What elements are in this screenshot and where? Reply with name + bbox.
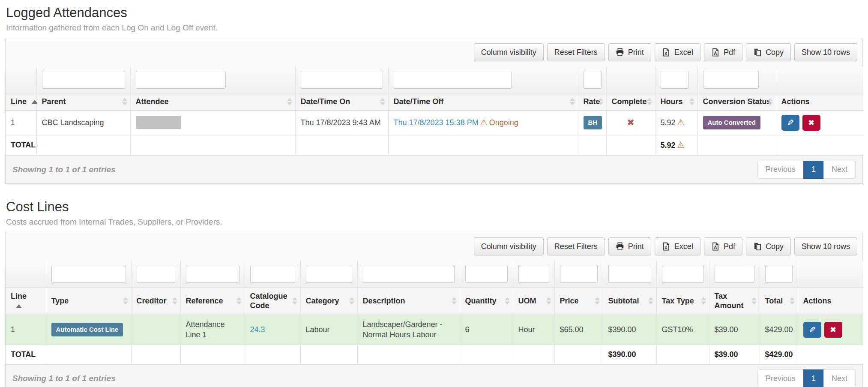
excel-button[interactable]: xExcel [655,43,700,61]
column-header-conversion-status[interactable]: Conversion Status [697,93,776,110]
next-page-button[interactable]: Next [823,161,856,179]
column-header-complete[interactable]: Complete [606,93,655,110]
filter-input-type[interactable] [51,265,126,283]
bh-badge: BH [584,116,602,129]
catalogue-code-link[interactable]: 24.3 [250,325,265,334]
filter-input-date-time-off[interactable] [394,71,512,89]
filter-input-reference[interactable] [186,265,239,283]
previous-page-button[interactable]: Previous [757,161,804,179]
filter-input-date-time-on[interactable] [301,71,383,89]
column-header-label: Catalogue Code [250,292,287,310]
cell [131,345,180,364]
column-header-label: Tax Type [662,297,694,305]
filter-input-total[interactable] [765,265,793,283]
date-time-on-cell: Thu 17/8/2023 9:43 AM [295,110,388,135]
filter-input-attendee[interactable] [136,71,226,89]
current-page-button[interactable]: 1 [803,161,824,179]
column-header-line[interactable]: Line [6,93,36,110]
excel-button[interactable]: xExcel [655,237,700,255]
filter-input-tax-type[interactable] [662,265,704,283]
filter-row [6,261,863,287]
sort-icon [570,98,575,105]
cost-lines-table-card: Column visibilityReset FiltersPrintxExce… [5,232,863,387]
svg-text:x: x [664,245,667,250]
filter-input-catalogue-code[interactable] [250,265,295,283]
column-header-catalogue-code[interactable]: Catalogue Code [245,287,300,315]
column-header-reference[interactable]: Reference [180,287,245,315]
filter-input-category[interactable] [306,265,352,283]
current-page-button[interactable]: 1 [803,369,824,387]
column-header-quantity[interactable]: Quantity [460,287,513,315]
delete-button[interactable]: ✖ [824,322,842,338]
sort-icon [689,98,694,105]
edit-button[interactable]: ✎ [803,322,821,338]
column-header-rate[interactable]: Rate [578,93,606,110]
column-header-total[interactable]: Total [760,287,798,315]
filter-input-creditor[interactable] [137,265,175,283]
column-header-attendee[interactable]: Attendee [130,93,295,110]
column-visibility-button[interactable]: Column visibility [474,237,544,255]
button-label: Reset Filters [554,242,598,251]
total-row: TOTAL 5.92⚠ [6,135,863,155]
reset-filters-button[interactable]: Reset Filters [547,237,605,255]
column-header-tax-amount[interactable]: Tax Amount [709,287,760,315]
tax-amount-cell: $39.00 [709,315,760,345]
column-header-uom[interactable]: UOM [513,287,554,315]
column-header-price[interactable]: Price [554,287,603,315]
column-header-date-time-on[interactable]: Date/Time On [295,93,388,110]
tax-type-cell: GST10% [656,315,709,345]
uom-cell: Hour [513,315,554,345]
filter-input-tax-amount[interactable] [715,265,754,283]
filter-input-quantity[interactable] [465,265,508,283]
column-header-subtotal[interactable]: Subtotal [603,287,656,315]
button-label: Reset Filters [554,48,598,57]
column-header-label: Category [306,297,339,305]
column-header-line[interactable]: Line [6,287,46,315]
next-page-button[interactable]: Next [823,369,856,387]
column-header-creditor[interactable]: Creditor [131,287,180,315]
filter-input-description[interactable] [363,265,455,283]
sort-icon [595,297,600,305]
date-time-off-link[interactable]: Thu 17/8/2023 15:38 PM [394,118,479,127]
column-header-date-time-off[interactable]: Date/Time Off [388,93,578,110]
show-rows-button[interactable]: Show 10 rows [794,43,857,61]
print-button[interactable]: Print [608,237,651,255]
column-header-label: Date/Time Off [394,97,444,106]
hours-value: 5.92 [661,118,676,127]
pdf-button[interactable]: APdf [704,237,742,255]
button-label: Copy [766,48,784,57]
reset-filters-button[interactable]: Reset Filters [547,43,605,61]
filter-input-conversion-status[interactable] [703,71,759,89]
copy-button[interactable]: Copy [746,43,791,61]
column-header-label: Complete [612,97,647,106]
delete-button[interactable]: ✖ [802,115,820,131]
cell [388,135,578,155]
filter-input-rate[interactable] [584,71,602,89]
table-toolbar: Column visibilityReset FiltersPrintxExce… [6,38,862,66]
filter-input-parent[interactable] [42,71,125,89]
column-header-type[interactable]: Type [46,287,131,315]
filter-cell-actions [776,66,863,93]
svg-text:A: A [714,51,717,56]
print-button[interactable]: Print [608,43,651,61]
filter-cell-type [46,261,131,287]
filter-input-price[interactable] [560,265,598,283]
column-header-hours[interactable]: Hours [655,93,697,110]
column-visibility-button[interactable]: Column visibility [474,43,544,61]
copy-button[interactable]: Copy [746,237,791,255]
filter-input-uom[interactable] [518,265,549,283]
table-toolbar: Column visibilityReset FiltersPrintxExce… [6,232,862,261]
pdf-button[interactable]: APdf [704,43,742,61]
column-header-description[interactable]: Description [357,287,460,315]
copy-icon [753,48,762,57]
column-header-label: Description [363,297,405,305]
filter-input-subtotal[interactable] [608,265,651,283]
column-header-tax-type[interactable]: Tax Type [656,287,709,315]
total-row: TOTAL $390.00 $39.00$429.00 [6,345,863,364]
column-header-parent[interactable]: Parent [36,93,130,110]
show-rows-button[interactable]: Show 10 rows [794,237,857,255]
edit-button[interactable]: ✎ [781,115,799,131]
column-header-category[interactable]: Category [300,287,357,315]
filter-input-hours[interactable] [661,71,689,89]
previous-page-button[interactable]: Previous [757,369,804,387]
